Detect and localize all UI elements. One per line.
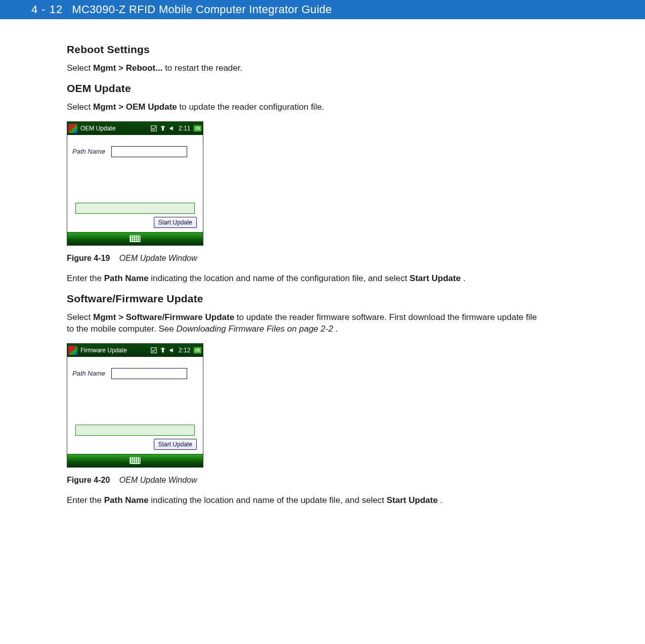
window-body: Path Name Start Update [67, 135, 203, 232]
ui-term: Path Name [104, 495, 149, 505]
signal-icon[interactable] [159, 347, 166, 354]
para-fw-after: Enter the Path Name indicating the locat… [67, 495, 546, 507]
window-titlebar: Firmware Update 2:12 ok [67, 344, 203, 357]
figure-title: OEM Update Window [119, 254, 197, 262]
text: . [440, 495, 443, 505]
text: Enter the [67, 495, 104, 505]
ui-term: Start Update [386, 495, 438, 505]
signal-icon[interactable] [159, 125, 166, 132]
start-icon[interactable] [68, 346, 77, 355]
page-header-bar: 4 - 12 MC3090-Z RFID Mobile Computer Int… [0, 0, 645, 19]
path-name-label: Path Name [72, 148, 105, 155]
keyboard-icon[interactable] [130, 235, 141, 242]
window-title: Firmware Update [79, 347, 148, 354]
text: Select [67, 102, 93, 112]
svg-rect-1 [162, 126, 163, 131]
window-bottombar [67, 232, 203, 245]
figure-caption-4-20: Figure 4-20 OEM Update Window [67, 476, 546, 485]
para-oem-after: Enter the Path Name indicating the locat… [67, 273, 546, 285]
figure-title: OEM Update Window [119, 476, 197, 484]
firmware-update-window: Firmware Update 2:12 ok Path Name Start … [67, 343, 203, 468]
path-name-label: Path Name [72, 370, 105, 377]
progress-bar [75, 425, 195, 436]
text: indicating the location and name of the … [151, 273, 409, 283]
keyboard-icon[interactable] [130, 457, 141, 464]
page-number: 4 - 12 [31, 3, 63, 16]
text: to update the reader configuration file. [179, 102, 324, 112]
menu-path: Mgmt > Reboot... [93, 63, 162, 73]
svg-rect-2 [151, 348, 156, 353]
start-update-button[interactable]: Start Update [154, 439, 197, 450]
path-row: Path Name [72, 146, 198, 157]
ok-button[interactable]: ok [193, 347, 202, 354]
window-title: OEM Update [79, 125, 148, 132]
oem-update-window: OEM Update 2:11 ok Path Name Start Updat… [67, 121, 203, 246]
clock-time: 2:12 [178, 347, 191, 354]
path-name-input[interactable] [111, 146, 187, 157]
para-fw: Select Mgmt > Software/Firmware Update t… [67, 312, 546, 335]
crossref: Downloading Firmware Files on page 2-2 [176, 324, 333, 334]
svg-rect-0 [151, 126, 156, 131]
svg-rect-3 [162, 348, 163, 352]
text: . [463, 273, 465, 283]
document-title: MC3090-Z RFID Mobile Computer Integrator… [72, 3, 332, 16]
speaker-icon[interactable] [168, 347, 176, 354]
heading-oem-update: OEM Update [67, 82, 546, 95]
text: to restart the reader. [165, 63, 242, 73]
text: Select [67, 63, 93, 73]
progress-bar [75, 203, 195, 214]
heading-reboot-settings: Reboot Settings [67, 43, 546, 56]
figure-caption-4-19: Figure 4-19 OEM Update Window [67, 254, 546, 263]
path-row: Path Name [72, 368, 198, 379]
checkbox-icon[interactable] [150, 125, 157, 132]
menu-path: Mgmt > OEM Update [93, 102, 177, 112]
figure-number: Figure 4-20 [67, 476, 110, 484]
path-name-input[interactable] [111, 368, 187, 379]
ui-term: Start Update [410, 273, 461, 283]
ok-button[interactable]: ok [193, 125, 202, 132]
window-titlebar: OEM Update 2:11 ok [67, 122, 203, 135]
start-update-button[interactable]: Start Update [154, 217, 197, 228]
heading-software-firmware-update: Software/Firmware Update [67, 293, 546, 305]
start-icon[interactable] [68, 124, 77, 133]
window-bottombar [67, 454, 203, 467]
window-body: Path Name Start Update [67, 357, 203, 454]
para-reboot: Select Mgmt > Reboot... to restart the r… [67, 63, 546, 74]
speaker-icon[interactable] [168, 125, 176, 132]
figure-number: Figure 4-19 [67, 254, 110, 262]
checkbox-icon[interactable] [150, 347, 157, 354]
ui-term: Path Name [104, 273, 149, 283]
text: indicating the location and name of the … [151, 495, 386, 505]
page-content: Reboot Settings Select Mgmt > Reboot... … [0, 19, 597, 535]
text: Select [67, 312, 93, 322]
text: Enter the [67, 273, 104, 283]
para-oem: Select Mgmt > OEM Update to update the r… [67, 102, 546, 113]
text: . [335, 324, 338, 334]
clock-time: 2:11 [178, 125, 191, 132]
menu-path: Mgmt > Software/Firmware Update [93, 312, 234, 322]
